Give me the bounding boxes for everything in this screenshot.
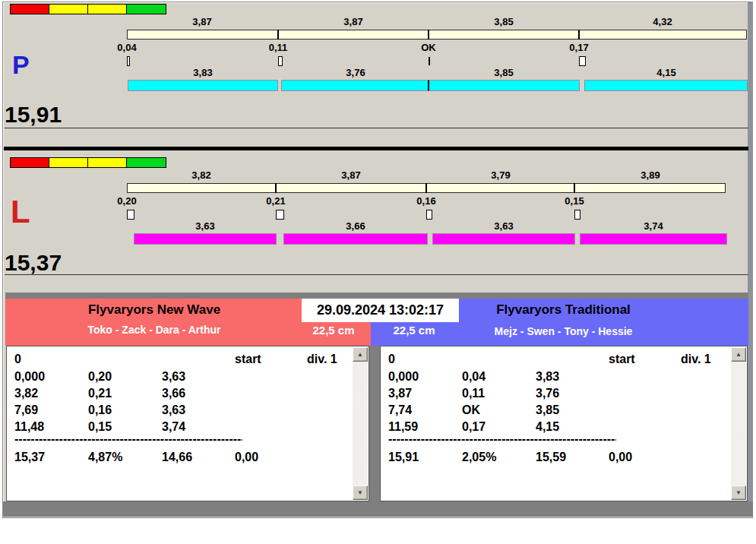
table-cell: 0	[388, 353, 395, 366]
split-label: 3,87	[323, 17, 384, 27]
sector-label: 3,63	[473, 221, 534, 231]
table-cell: 3,85	[536, 403, 559, 417]
window-border-right	[748, 2, 753, 517]
sector-bar	[585, 81, 747, 90]
table-cell: 0,00	[235, 451, 258, 464]
exchange-label: 0,21	[245, 196, 306, 206]
exchange-label: 0,20	[96, 196, 157, 206]
exchange-marker-ok	[429, 57, 430, 65]
table-cell: start	[235, 353, 261, 366]
lane-letter: L	[11, 196, 30, 228]
scroll-down-button[interactable]: ▼	[353, 485, 368, 500]
panel-underline	[5, 274, 748, 275]
sector-label: 3,85	[473, 68, 534, 77]
sector-bar	[128, 81, 277, 90]
table-cell: 7,69	[14, 403, 38, 417]
table-cell: 0,21	[88, 387, 112, 400]
table-cell: 2,05%	[462, 451, 496, 464]
sector-bar-divider	[428, 81, 429, 90]
strip-cell-yellow-icon	[88, 158, 127, 167]
split-label: 3,87	[172, 17, 232, 27]
exchange-marker	[579, 56, 586, 66]
exchange-label: OK	[398, 43, 459, 52]
scroll-up-icon: ▲	[735, 352, 742, 358]
scroll-down-icon: ▼	[357, 490, 363, 496]
table-cell: OK	[462, 403, 480, 417]
split-divider	[574, 183, 575, 193]
table-cell: 3,66	[162, 387, 185, 400]
sector-bar	[429, 81, 579, 90]
distance-label-left: 22,5 cm	[299, 324, 369, 337]
lane-total: 15,91	[5, 103, 62, 126]
exchange-marker	[426, 210, 432, 220]
exchange-marker	[127, 210, 134, 220]
sector-bar	[433, 234, 574, 244]
table-cell: 4,87%	[88, 451, 122, 464]
sector-label: 3,76	[325, 68, 386, 77]
team-title: Flyvaryors New Wave	[5, 303, 303, 317]
scroll-up-button[interactable]: ▲	[353, 347, 368, 362]
sector-bar	[134, 234, 276, 244]
table-cell: 15,59	[536, 451, 566, 464]
scroll-down-button[interactable]: ▼	[731, 485, 746, 500]
table-cell: div. 1	[681, 353, 711, 366]
table-cell: start	[609, 353, 635, 366]
results-table: 0startdiv. 10,0000,043,833,870,113,767,7…	[380, 346, 748, 501]
table-cell: 3,63	[162, 370, 185, 384]
team-members: Toko - Zack - Dara - Arthur	[5, 324, 303, 336]
strip-cell-yellow-icon	[49, 158, 88, 167]
panel-underline	[5, 128, 748, 128]
sector-bar	[282, 81, 429, 90]
sector-bar	[284, 234, 427, 244]
split-label: 3,89	[620, 170, 681, 180]
scroll-down-icon: ▼	[735, 490, 742, 496]
table-cell: 3,83	[536, 370, 559, 384]
table-separator: ----------------------------------------…	[14, 432, 242, 448]
split-divider	[428, 30, 429, 40]
table-separator: ----------------------------------------…	[388, 432, 616, 448]
exchange-marker	[278, 56, 283, 66]
table-cell: 0,16	[88, 403, 112, 417]
datetime-box: 29.09.2024 13:02:17	[302, 299, 459, 322]
section-divider	[5, 293, 748, 299]
strip-cell-red-icon	[11, 5, 49, 14]
table-cell: 3,76	[536, 387, 559, 400]
split-label: 3,85	[473, 17, 534, 27]
exchange-marker	[276, 210, 284, 220]
split-label: 3,79	[470, 170, 531, 180]
scroll-up-button[interactable]: ▲	[731, 347, 746, 362]
scroll-up-icon: ▲	[357, 352, 363, 358]
table-cell: 15,37	[14, 451, 45, 464]
distance-label-right: 22,5 cm	[381, 324, 447, 337]
table-cell: 3,63	[162, 403, 185, 417]
strip-cell-yellow-icon	[88, 5, 127, 14]
exchange-label: 0,17	[549, 43, 609, 52]
exchange-marker	[127, 56, 130, 66]
exchange-label: 0,16	[396, 196, 457, 206]
lane-letter: P	[12, 52, 30, 77]
table-cell: 14,66	[162, 451, 192, 464]
split-bar	[127, 183, 726, 193]
table-cell: 0	[14, 353, 21, 366]
split-label: 3,87	[321, 170, 381, 180]
sector-bar	[580, 234, 726, 244]
table-cell: 7,74	[388, 403, 412, 417]
sector-label: 3,66	[325, 221, 386, 231]
table-cell: 0,11	[462, 387, 485, 400]
sector-label: 3,83	[172, 68, 233, 77]
app-window: Flyvaryors New Wave Toko - Zack - Dara -…	[0, 0, 756, 544]
window-border-bottom	[3, 501, 753, 517]
vertical-scrollbar[interactable]: ▲▼	[731, 347, 746, 500]
lane-separator-line	[4, 147, 748, 150]
split-label: 3,82	[171, 170, 232, 180]
split-divider	[275, 183, 277, 193]
sector-label: 4,15	[636, 68, 697, 77]
vertical-scrollbar[interactable]: ▲▼	[353, 347, 368, 500]
exchange-label: 0,04	[96, 43, 157, 52]
sector-label: 3,74	[623, 221, 684, 231]
table-cell: 0,00	[609, 451, 632, 464]
table-cell: 0,20	[88, 370, 112, 384]
table-cell: 3,82	[14, 387, 38, 400]
table-cell: 0,000	[14, 370, 45, 384]
strip-cell-yellow-icon	[49, 5, 88, 14]
